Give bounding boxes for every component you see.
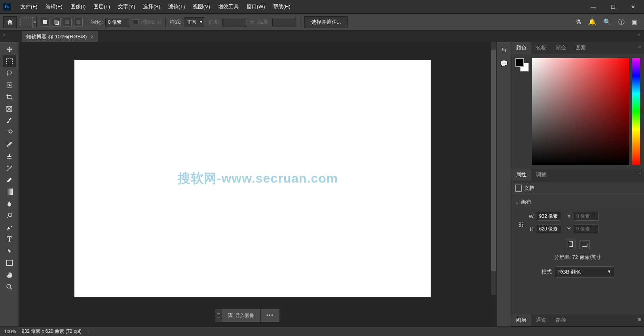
right-panels: 颜色 色板 渐变 图案 ≡ 属性 调整 ≡ 文档 ⌄ 画布 (511, 42, 644, 327)
minimize-button[interactable]: — (589, 4, 597, 10)
tab-patterns[interactable]: 图案 (571, 42, 591, 54)
shape-tool[interactable] (3, 257, 16, 269)
toolbox: T (0, 42, 19, 327)
close-button[interactable]: ✕ (629, 4, 637, 10)
canvas-width-input[interactable] (537, 212, 561, 221)
hue-slider[interactable] (632, 58, 640, 165)
menu-item[interactable]: 帮助(H) (269, 2, 294, 12)
lasso-tool[interactable] (3, 67, 16, 79)
landscape-button[interactable] (579, 240, 590, 249)
tab-swatches[interactable]: 色板 (531, 42, 551, 54)
pen-tool[interactable] (3, 221, 16, 233)
selection-add[interactable] (52, 18, 61, 26)
mode-label: 模式 (541, 268, 552, 276)
marquee-tool-preset[interactable]: ▾ (21, 17, 32, 27)
menu-item[interactable]: 增效工具 (214, 2, 243, 12)
menu-item[interactable]: 窗口(W) (243, 2, 269, 12)
home-button[interactable] (3, 16, 17, 28)
tab-layers[interactable]: 图层 (511, 314, 531, 326)
help-icon[interactable]: ⓘ (618, 18, 625, 26)
tab-color[interactable]: 颜色 (511, 42, 531, 54)
blur-tool[interactable] (3, 198, 16, 210)
menu-item[interactable]: 文件(F) (17, 2, 42, 12)
type-tool[interactable]: T (3, 233, 16, 245)
import-image-button[interactable]: 🖼 导入图像 (222, 309, 261, 322)
expand-right-icon[interactable]: « (634, 31, 644, 42)
tab-properties[interactable]: 属性 (511, 169, 531, 181)
menu-item[interactable]: 编辑(E) (42, 2, 66, 12)
canvas-area[interactable]: 搜软网-www.secruan.com 🖼 导入图像 ••• (19, 42, 497, 327)
history-panel-icon[interactable]: ⇆ (502, 46, 507, 53)
svg-rect-3 (8, 129, 12, 133)
portrait-button[interactable] (566, 240, 576, 248)
link-dimensions-icon[interactable]: ⛓ (517, 222, 525, 228)
bell-icon[interactable]: 🔔 (588, 18, 596, 26)
beaker-icon[interactable]: ⚗ (576, 18, 581, 26)
canvas-y-input[interactable] (574, 225, 598, 233)
height-label: 高度: (258, 19, 270, 26)
menu-item[interactable]: 图像(I) (66, 2, 89, 12)
expand-left-icon[interactable]: » (3, 32, 6, 37)
frame-tool[interactable] (3, 103, 16, 115)
layers-panel-tabs: 图层 通道 路径 ≡ (511, 314, 644, 327)
divider (36, 17, 37, 28)
hand-tool[interactable] (3, 269, 16, 281)
stamp-tool[interactable] (3, 150, 16, 162)
zoom-level[interactable]: 100% (4, 329, 16, 334)
search-icon[interactable]: 🔍 (603, 18, 611, 26)
panel-menu-icon[interactable]: ≡ (635, 169, 644, 181)
style-select[interactable]: 正常 ▾ (184, 17, 204, 27)
more-button[interactable]: ••• (261, 310, 279, 321)
marquee-tool[interactable] (3, 55, 16, 67)
canvas-x-input[interactable] (574, 212, 598, 221)
drag-grip[interactable] (215, 309, 222, 322)
dodge-tool[interactable] (3, 210, 16, 221)
panel-menu-icon[interactable]: ≡ (635, 42, 644, 54)
x-label: X (564, 213, 571, 219)
canvas-height-input[interactable] (537, 225, 561, 233)
close-tab-button[interactable]: × (91, 34, 94, 40)
selection-subtract[interactable] (63, 18, 72, 26)
import-toolbar: 🖼 导入图像 ••• (215, 308, 280, 323)
zoom-tool[interactable] (3, 281, 16, 293)
object-select-tool[interactable] (3, 79, 16, 91)
menu-item[interactable]: 文字(Y) (114, 2, 139, 12)
right-collapsed-panels: ⇆ 💬 (497, 42, 511, 327)
selection-intersect[interactable] (74, 18, 83, 26)
svg-point-5 (8, 213, 12, 217)
gradient-tool[interactable] (3, 186, 16, 198)
chevron-down-icon: ⌄ (515, 200, 519, 204)
tab-paths[interactable]: 路径 (551, 314, 571, 326)
menu-item[interactable]: 视图(V) (189, 2, 214, 12)
canvas-section-header[interactable]: ⌄ 画布 (511, 195, 644, 209)
menu-item[interactable]: 滤镜(T) (164, 2, 189, 12)
color-field[interactable] (532, 58, 629, 165)
chevron-right-icon[interactable]: 〉 (87, 329, 91, 334)
eyedropper-tool[interactable] (3, 115, 16, 126)
comments-panel-icon[interactable]: 💬 (500, 60, 508, 67)
foreground-background-swatch[interactable] (515, 58, 529, 72)
menu-item[interactable]: 选择(S) (139, 2, 164, 12)
history-brush-tool[interactable] (3, 162, 16, 174)
color-mode-select[interactable]: RGB 颜色 ▾ (555, 266, 614, 277)
divider (300, 17, 300, 28)
document-info[interactable]: 932 像素 x 620 像素 (72 ppi) (22, 328, 82, 335)
tab-gradients[interactable]: 渐变 (551, 42, 571, 54)
path-select-tool[interactable] (3, 245, 16, 257)
eraser-tool[interactable] (3, 174, 16, 186)
brush-tool[interactable] (3, 138, 16, 150)
selection-new[interactable] (41, 18, 49, 26)
crop-tool[interactable] (3, 91, 16, 103)
tab-channels[interactable]: 通道 (531, 314, 551, 326)
move-tool[interactable] (3, 43, 16, 55)
healing-tool[interactable] (3, 126, 16, 138)
maximize-button[interactable]: ☐ (609, 4, 617, 10)
workspace-icon[interactable]: ▣ (632, 18, 638, 26)
select-and-mask-button[interactable]: 选择并遮住... (304, 16, 348, 28)
panel-menu-icon[interactable]: ≡ (635, 314, 644, 326)
menu-item[interactable]: 图层(L) (89, 2, 114, 12)
tab-adjustments[interactable]: 调整 (531, 169, 551, 181)
vertical-scrollbar[interactable] (491, 42, 496, 295)
document-tab[interactable]: 知软博客 @ 100%(RGB/8) × (22, 31, 98, 42)
feather-input[interactable] (105, 18, 129, 26)
